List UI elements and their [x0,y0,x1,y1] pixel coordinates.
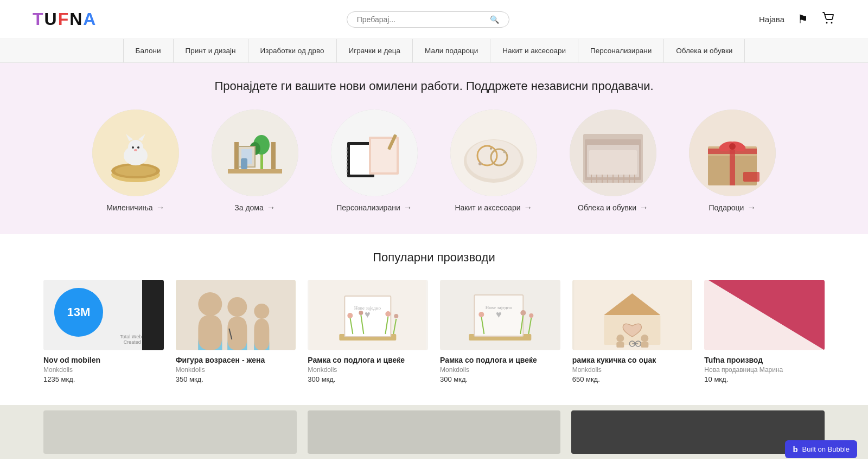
svg-point-87 [520,310,526,316]
svg-rect-42 [589,150,637,175]
product-card-5[interactable]: рамка кукичка со оџак Monkdolls 650 мкд. [572,280,693,383]
product-image-6 [704,280,825,350]
cart-icon[interactable] [821,11,835,28]
gifts-arrow-icon: → [747,203,756,213]
products-title: Популарни производи [43,250,825,265]
product-card-4[interactable]: Нове заједно ♥ Рамка со подлога и цвеќе … [440,280,560,383]
category-pets-image [92,110,179,196]
svg-text:♥: ♥ [365,309,371,320]
category-personalized-image [331,110,418,196]
svg-point-37 [490,147,492,150]
category-gifts[interactable]: Подароци → [689,110,776,213]
product-image-3: Нове заједно ♥ [308,280,428,350]
nav-item-personalized[interactable]: Персонализирани [578,39,664,62]
category-home-label: За дома → [234,203,276,213]
category-home[interactable]: За дома → [212,110,298,213]
category-pets[interactable]: Миленичиња → [92,110,179,213]
jewelry-arrow-icon: → [524,203,533,213]
svg-point-72 [348,313,353,318]
svg-point-95 [641,335,648,342]
category-personalized[interactable]: Персонализирани → [331,110,418,213]
main-nav: Балони Принт и дизајн Изработки од дрво … [0,39,868,63]
svg-point-63 [227,297,247,317]
svg-point-7 [128,140,143,155]
product-price-6: 10 мкд. [704,375,825,383]
bubble-b-letter: b [793,445,797,454]
svg-text:♥: ♥ [496,309,502,320]
category-jewelry-label: Накит и аксесоари → [455,203,532,213]
category-home-image [212,110,298,196]
svg-point-93 [616,335,624,342]
product-card-1[interactable]: 13M Total Web StoriesCreated in 2021 Nov… [43,280,164,383]
products-section: Популарни производи 13M Total Web Storie… [0,234,868,405]
hero-title: Пронајдете ги вашите нови омилени работи… [33,79,835,93]
svg-point-1 [831,22,832,23]
product-name-1: Nov od mobilen [43,356,164,364]
search-bar[interactable]: 🔍 [347,11,509,28]
home-arrow-icon: → [267,203,276,213]
svg-point-32 [467,140,521,179]
product-price-4: 300 мкд. [440,375,560,383]
clothing-arrow-icon: → [640,203,648,213]
nav-item-balloons[interactable]: Балони [123,39,174,62]
product-seller-1: Monkdolls [43,366,164,374]
category-jewelry-image [450,110,537,196]
svg-point-89 [529,313,533,318]
category-clothing-image [570,110,656,196]
personalized-arrow-icon: → [404,203,412,213]
nav-item-gifts-small[interactable]: Мали подароци [413,39,490,62]
product-name-4: Рамка со подлога и цвеќе [440,356,560,364]
svg-point-11 [137,146,139,149]
header: TUFNA 🔍 Најава ⚑ [0,0,868,39]
product-seller-3: Monkdolls [308,366,428,374]
svg-point-76 [386,311,391,317]
search-input[interactable] [357,15,490,24]
nav-item-wood[interactable]: Изработки од дрво [248,39,337,62]
pets-arrow-icon: → [156,203,165,213]
nav-item-print[interactable]: Принт и дизајн [174,39,248,62]
product-image-4: Нове заједно ♥ [440,280,560,350]
svg-point-36 [503,151,506,153]
logo[interactable]: TUFNA [33,9,97,29]
login-button[interactable]: Најава [759,15,784,24]
svg-point-78 [394,314,399,318]
bookmark-icon[interactable]: ⚑ [797,12,808,27]
category-pets-label: Миленичиња → [106,203,164,213]
product-name-6: Tufna производ [704,356,825,364]
category-clothing[interactable]: Облека и обувки → [570,110,656,213]
svg-point-85 [478,312,484,317]
product-seller-2: Monkdolls [176,366,296,374]
product-seller-5: Monkdolls [572,366,693,374]
product-seller-4: Monkdolls [440,366,560,374]
svg-rect-94 [616,342,624,348]
nav-item-clothing[interactable]: Облека и обувки [664,39,745,62]
product-name-2: Фигура возрасен - жена [176,356,296,364]
product-card-3[interactable]: Нове заједно ♥ Рамка со подлога и цвеќе … [308,280,428,383]
svg-point-59 [729,143,736,150]
svg-rect-25 [350,145,372,175]
svg-point-35 [478,162,482,165]
products-grid: 13M Total Web StoriesCreated in 2021 Nov… [43,280,825,383]
bottom-section [0,405,868,459]
product-name-3: Рамка со подлога и цвеќе [308,356,428,364]
svg-point-62 [198,292,222,316]
product-image-5 [572,280,693,350]
category-jewelry[interactable]: Накит и аксесоари → [450,110,537,213]
category-gifts-image [689,110,776,196]
product-card-6[interactable]: Tufna производ Нова продавница Марина 10… [704,280,825,383]
bubble-badge[interactable]: b Built on Bubble [785,440,857,458]
nav-item-jewelry[interactable]: Накит и аксесоари [490,39,578,62]
bubble-badge-label: Built on Bubble [802,445,850,453]
nav-item-toys[interactable]: Играчки и деца [337,39,413,62]
category-personalized-label: Персонализирани → [336,203,412,213]
product-card-2[interactable]: Фигура возрасен - жена Monkdolls 350 мкд… [176,280,296,383]
product-image-2 [176,280,296,350]
product-image-1: 13M Total Web StoriesCreated in 2021 [43,280,164,350]
product-price-3: 300 мкд. [308,375,428,383]
hero-section: Пронајдете ги вашите нови омилени работи… [0,63,868,234]
category-gifts-label: Подароци → [709,203,756,213]
product-name-5: рамка кукичка со оџак [572,356,693,364]
product-price-2: 350 мкд. [176,375,296,383]
product-seller-6: Нова продавница Марина [704,366,825,374]
svg-rect-14 [228,169,282,174]
